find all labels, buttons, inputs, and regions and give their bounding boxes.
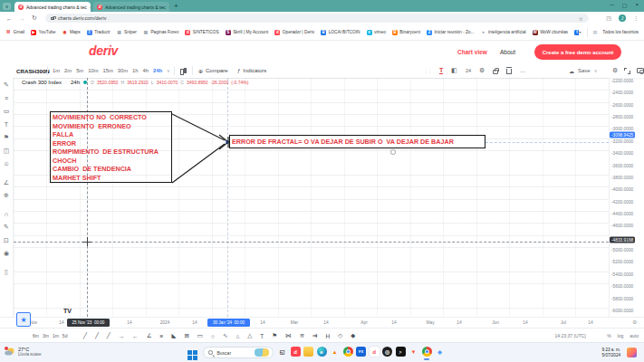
drawing-tool-button[interactable]: ⋈ bbox=[285, 332, 292, 339]
bookmark-item[interactable]: Z Iniciar reunión - Zo... bbox=[427, 30, 475, 35]
drawing-tool-button[interactable]: ∠ bbox=[147, 332, 152, 339]
drawing-tool-button[interactable]: ○ bbox=[211, 333, 215, 339]
percent-scale-button[interactable]: % bbox=[607, 333, 610, 338]
drawing-tool-button[interactable]: ╱ bbox=[107, 332, 111, 339]
sidebar-tool-icon[interactable]: ◫ bbox=[4, 148, 10, 154]
indicators-button[interactable]: ƒ Indicators bbox=[237, 68, 266, 73]
drawing-tool-button[interactable]: ▭ bbox=[197, 332, 203, 339]
drawing-tool-button[interactable]: ≋ bbox=[300, 332, 304, 339]
bookmark-item[interactable]: ▤ Sniper bbox=[117, 30, 137, 35]
log-scale-button[interactable]: log bbox=[618, 333, 624, 338]
drawing-tool-button[interactable]: ◣ bbox=[171, 332, 176, 339]
sidebar-tool-icon[interactable]: ⊕ bbox=[4, 192, 9, 198]
sidebar-tool-icon[interactable]: ☺ bbox=[3, 160, 9, 167]
drawing-tool-button[interactable]: ⌂ bbox=[235, 333, 239, 339]
drawing-tool-button[interactable]: ⊞ bbox=[184, 332, 188, 339]
taskbar-app-icon[interactable]: > bbox=[396, 347, 406, 357]
bookmark-item[interactable]: B Binarycent bbox=[392, 30, 420, 35]
symbol-button[interactable]: CRASH300N bbox=[16, 68, 50, 74]
nav-chart-view[interactable]: Chart view bbox=[457, 49, 487, 55]
site-lock-icon[interactable] bbox=[51, 17, 54, 20]
taskbar-app-icon[interactable]: ◱ bbox=[277, 347, 287, 357]
interval-button[interactable]: 2m bbox=[64, 68, 72, 73]
drawing-tool-button[interactable]: ∿ bbox=[223, 332, 227, 339]
bookmark-star-icon[interactable]: ☆ bbox=[579, 15, 583, 22]
sidebar-tool-icon[interactable]: ⊡ bbox=[4, 237, 9, 243]
drag-handle-icon[interactable]: ⋮⋮ bbox=[424, 68, 431, 73]
taskbar-app-icon[interactable] bbox=[343, 347, 353, 357]
range-preset-button[interactable]: 5d bbox=[62, 333, 68, 338]
tab-close-icon[interactable]: × bbox=[168, 5, 169, 10]
sidebar-tool-icon[interactable]: ▯ bbox=[5, 269, 8, 275]
reload-button[interactable]: ↻ bbox=[32, 14, 37, 22]
bookmark-item[interactable]: T Traducir bbox=[87, 30, 111, 35]
sidebar-tool-icon[interactable]: ▭ bbox=[4, 108, 10, 114]
taskbar-app-icon[interactable]: ▲ bbox=[330, 347, 340, 357]
text-annotation-box[interactable]: ERROR DE FRACTAL= O VA DEJAR DE SUBIR O … bbox=[229, 135, 485, 148]
symbol-name[interactable]: Crash 300 Index bbox=[22, 80, 62, 85]
compare-button[interactable]: ⊕ Compare bbox=[198, 68, 228, 74]
drawing-tool-button[interactable]: T bbox=[260, 333, 264, 339]
lock-icon[interactable] bbox=[493, 70, 498, 74]
chart-type-icon[interactable] bbox=[179, 67, 187, 75]
bookmark-item[interactable]: d Operador | Deriv bbox=[274, 30, 314, 35]
bookmark-item[interactable]: W WoW cburslas bbox=[533, 30, 568, 35]
sidebar-tool-icon[interactable]: ◉ bbox=[4, 250, 9, 256]
bookmark-item[interactable]: v vimeo bbox=[367, 30, 386, 35]
sidebar-tool-icon[interactable]: ⚑ bbox=[4, 134, 9, 140]
sidebar-tool-icon[interactable]: ✎ bbox=[4, 224, 9, 230]
deriv-logo[interactable]: deriv bbox=[89, 43, 118, 58]
taskbar-app-icon[interactable]: ◈ bbox=[435, 347, 445, 357]
browser-tab-active[interactable]: d Advanced trading charts & tec × bbox=[14, 2, 91, 12]
range-preset-button[interactable]: 3m bbox=[43, 333, 49, 338]
price-axis[interactable]: -2200.0000 -2400.0000 -2600.0000 -2800.0… bbox=[609, 0, 644, 362]
taskbar-app-icon[interactable]: d bbox=[291, 347, 301, 357]
drawing-tool-button[interactable]: ╱ bbox=[83, 332, 87, 339]
drawing-tool-button[interactable]: ◇ bbox=[338, 332, 342, 339]
taskbar-app-icon[interactable]: e bbox=[317, 347, 327, 357]
bookmark-item[interactable]: ▤ Paginas Forex bbox=[143, 30, 178, 35]
taskbar-app-icon[interactable]: FX bbox=[356, 347, 366, 357]
drawing-tool-button[interactable]: ╱ bbox=[95, 332, 99, 339]
settings-gear-icon[interactable]: ⚙ bbox=[479, 67, 485, 74]
sidebar-tool-icon[interactable]: ∩ bbox=[4, 211, 8, 217]
taskbar-app-icon[interactable] bbox=[422, 347, 432, 357]
back-button[interactable]: ← bbox=[6, 15, 13, 22]
taskbar-weather-widget[interactable]: 27°C Lluvia suave bbox=[4, 346, 42, 357]
sidebar-tool-icon[interactable]: T bbox=[5, 121, 8, 128]
save-button[interactable]: ☁ Save ∨ bbox=[569, 68, 597, 74]
taskbar-app-icon[interactable]: ▼ bbox=[409, 347, 418, 357]
tradingview-logo[interactable]: TV bbox=[63, 308, 72, 314]
sidebar-tool-icon[interactable]: ✎ bbox=[4, 81, 9, 88]
bookmark-item[interactable]: B LOCAl BITCOIN bbox=[321, 30, 360, 35]
drawing-tool-button[interactable]: ← bbox=[132, 333, 139, 339]
bookmark-item[interactable]: ◉ Maps bbox=[62, 30, 80, 35]
taskbar-app-icon[interactable]: d bbox=[370, 347, 380, 357]
drawing-tool-button[interactable]: H bbox=[326, 333, 331, 339]
start-button[interactable] bbox=[187, 348, 197, 362]
interval-button[interactable]: 5m bbox=[76, 68, 83, 73]
nav-about[interactable]: About bbox=[500, 49, 515, 55]
drawing-tool-button[interactable]: ⚑ bbox=[272, 332, 277, 339]
taskbar-search-box[interactable]: Buscar bbox=[203, 347, 274, 358]
drawing-tool-button[interactable]: ◆ bbox=[351, 332, 355, 339]
browser-tab-inactive[interactable]: d Advanced trading charts & tec × bbox=[93, 2, 169, 12]
interval-button[interactable]: 10m bbox=[88, 68, 98, 73]
bookmark-item[interactable]: d SINTETICOS bbox=[185, 30, 218, 35]
interval-caret-icon[interactable]: ∨ bbox=[167, 68, 170, 73]
range-preset-button[interactable]: 6m bbox=[33, 333, 39, 338]
address-bar[interactable]: charts.deriv.com/deriv ☆ bbox=[45, 14, 589, 23]
bookmark-item[interactable]: M Gmail bbox=[5, 30, 24, 35]
trash-icon[interactable] bbox=[506, 69, 512, 74]
text-annotation-box[interactable]: MOVIMIENTO NO CORRECTO MOVIMIENTO ERRONE… bbox=[50, 111, 172, 183]
sidebar-tool-icon[interactable]: ≡ bbox=[5, 95, 8, 101]
drawing-tool-button[interactable]: → bbox=[119, 333, 125, 339]
auto-scale-button[interactable]: auto bbox=[630, 333, 639, 338]
chart-clock[interactable]: 14:23:37 (UTC) bbox=[555, 333, 586, 338]
interval-button[interactable]: 24h bbox=[153, 68, 162, 73]
bookmark-item[interactable]: ● inteligencia artificial bbox=[481, 30, 526, 35]
annotation-drag-handle[interactable] bbox=[390, 149, 396, 155]
bookmark-item[interactable]: S Skrill | My Account bbox=[226, 30, 269, 35]
tab-search-icon[interactable]: ∨ bbox=[3, 3, 11, 10]
taskbar-clock[interactable]: 9:23 a. m. 5/07/2024 bbox=[602, 348, 620, 357]
